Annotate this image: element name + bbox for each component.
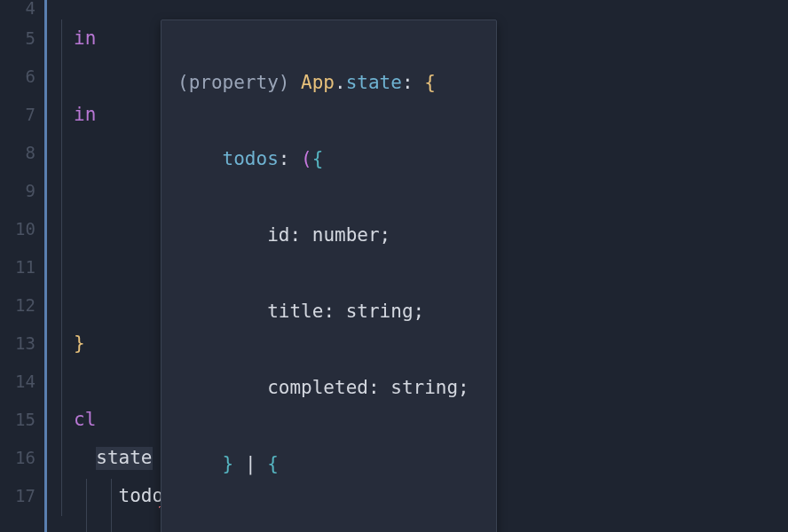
indent [177, 148, 223, 169]
line-number: 10 [0, 210, 35, 248]
brace-token: { [424, 72, 436, 93]
line-number: 6 [0, 58, 35, 96]
punct-token: : [289, 224, 311, 246]
punct-token: : [279, 148, 301, 169]
indent-guide [61, 20, 62, 516]
code-line[interactable] [74, 0, 788, 20]
line-number: 7 [0, 96, 35, 134]
indent [177, 301, 267, 322]
line-number: 17 [0, 477, 35, 515]
property-token: todos [223, 148, 279, 169]
property-token: completed [267, 377, 368, 398]
punct-token: ; [414, 301, 425, 322]
indent [177, 453, 223, 474]
brace-token: { [267, 453, 279, 474]
code-editor: 4 5 6 7 8 9 10 11 12 13 14 15 16 17 in i… [0, 0, 788, 532]
indent [177, 224, 267, 246]
line-number: 5 [0, 20, 35, 58]
type-token: number [312, 224, 380, 246]
operator-token: | [233, 453, 267, 474]
line-number: 15 [0, 401, 35, 439]
punct-token: : [368, 377, 390, 398]
line-gutter: 4 5 6 7 8 9 10 11 12 13 14 15 16 17 [0, 0, 44, 532]
tooltip-line: } | { [177, 445, 480, 483]
punct-token: : [402, 72, 424, 93]
tooltip-line: title: string; [177, 293, 480, 331]
property-token: title [267, 301, 323, 322]
line-number: 9 [0, 172, 35, 210]
type-token: string [346, 301, 414, 322]
tooltip-line: id: number; [177, 216, 480, 254]
line-number: 11 [0, 248, 35, 286]
tooltip-line: todos: ({ [177, 140, 480, 178]
line-number: 4 [0, 0, 35, 20]
line-number: 13 [0, 325, 35, 363]
tooltip-line: (property) App.state: { [177, 64, 480, 102]
property-token: id [267, 224, 289, 246]
punct-token: ; [380, 224, 391, 246]
line-number: 14 [0, 363, 35, 401]
punct-token: : [323, 301, 345, 322]
brace-token: } [223, 453, 234, 474]
tooltip-line: id: number; [177, 521, 480, 532]
type-token: string [390, 377, 458, 398]
property-token: state [346, 72, 402, 93]
line-number: 16 [0, 439, 35, 477]
keyword-token: in [74, 104, 96, 125]
punct-token: . [335, 72, 346, 93]
keyword-token: in [74, 27, 96, 49]
label-token: (property) [177, 72, 301, 93]
line-number: 8 [0, 134, 35, 172]
indent [177, 377, 267, 398]
paren-token: ( [301, 148, 312, 169]
type-tooltip: (property) App.state: { todos: ({ id: nu… [161, 20, 497, 532]
punct-token: ; [458, 377, 469, 398]
property-token: state [96, 447, 152, 470]
class-token: App [301, 72, 335, 93]
code-content[interactable]: in in } cl state = { todos: [ (property)… [47, 0, 788, 532]
keyword-token: cl [74, 409, 96, 430]
line-number: 12 [0, 286, 35, 325]
tooltip-line: completed: string; [177, 369, 480, 407]
brace-token: } [74, 332, 85, 354]
brace-token: { [312, 148, 324, 169]
